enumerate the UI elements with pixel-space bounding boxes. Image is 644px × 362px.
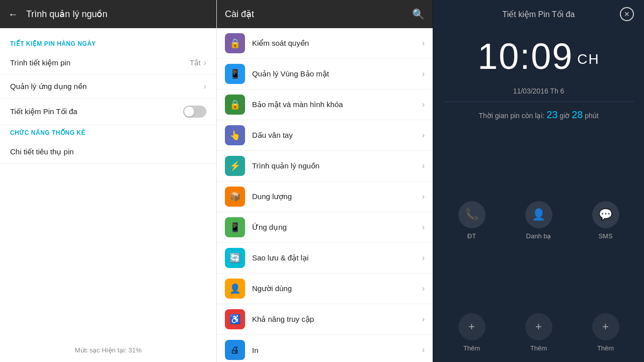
settings-item-max-save[interactable]: Tiết kiệm Pin Tối đa (0, 99, 216, 125)
menu-item-6[interactable]: 📱 Ứng dụng › (217, 212, 433, 243)
add-label-1: Thêm (530, 344, 547, 352)
clock-ampm: CH (577, 51, 599, 67)
menu-item-label-0: Kiểm soát quyền (252, 39, 422, 48)
search-icon[interactable]: 🔍 (412, 8, 425, 20)
menu-icon-4: ⚡ (225, 156, 245, 176)
left-footer: Mức sạc Hiện tại: 31% (0, 338, 216, 362)
section-label-daily: TIẾT KIỆM PIN HÀNG NGÀY (0, 36, 216, 51)
back-button[interactable]: ← (8, 9, 18, 20)
battery-line: Thời gian pin còn lại: 23 giờ 28 phút (433, 102, 644, 128)
action-icon-1: 👤 (525, 201, 552, 228)
item-label-pin: Trình tiết kiệm pin (10, 58, 70, 67)
quick-actions: 📞 ĐT 👤 Danh bạ 💬 SMS (433, 128, 644, 308)
menu-chevron-9: › (422, 315, 425, 324)
toggle-max-save[interactable] (183, 106, 206, 118)
menu-item-4[interactable]: ⚡ Trình quản lý nguồn › (217, 151, 433, 182)
menu-item-label-8: Người dùng (252, 284, 422, 293)
menu-item-label-10: In (252, 346, 422, 354)
right-top-bar: Tiết kiệm Pin Tối đa ✕ (433, 0, 644, 28)
add-label-2: Thêm (597, 344, 614, 352)
action-label-1: Danh bạ (526, 232, 551, 240)
add-item-1[interactable]: + Thêm (525, 313, 552, 352)
menu-icon-9: ♿ (225, 309, 245, 329)
menu-item-0[interactable]: 🔒 Kiểm soát quyền › (217, 28, 433, 59)
left-panel: ← Trình quản lý nguồn TIẾT KIỆM PIN HÀNG… (0, 0, 216, 362)
menu-item-10[interactable]: 🖨 In › (217, 335, 433, 362)
add-actions: + Thêm + Thêm + Thêm (433, 308, 644, 362)
item-value-pin: Tắt (190, 59, 200, 67)
toggle-knob (184, 107, 194, 117)
right-panel-title: Tiết kiệm Pin Tối đa (457, 10, 620, 19)
menu-icon-7: 🔄 (225, 248, 245, 268)
menu-icon-3: 👆 (225, 125, 245, 145)
menu-chevron-2: › (422, 100, 425, 109)
action-item-1[interactable]: 👤 Danh bạ (525, 201, 552, 240)
menu-item-label-9: Khả năng truy cập (252, 315, 422, 324)
menu-item-3[interactable]: 👆 Dấu vân tay › (217, 120, 433, 151)
middle-panel: Cài đặt 🔍 🔒 Kiểm soát quyền › 📱 Quản lý … (216, 0, 433, 362)
add-icon-2: + (592, 313, 619, 340)
action-label-2: SMS (598, 232, 612, 240)
clock-area: 10:09CH (433, 28, 644, 79)
battery-status: Mức sạc Hiện tại: 31% (75, 346, 141, 354)
add-item-2[interactable]: + Thêm (592, 313, 619, 352)
menu-chevron-8: › (422, 284, 425, 293)
menu-chevron-7: › (422, 253, 425, 262)
add-icon-0: + (458, 313, 486, 340)
menu-chevron-4: › (422, 161, 425, 170)
menu-item-label-2: Bảo mật và màn hình khóa (252, 100, 422, 109)
action-item-0[interactable]: 📞 ĐT (458, 201, 486, 240)
clock-time: 10:09 (477, 36, 573, 76)
right-panel: Tiết kiệm Pin Tối đa ✕ 10:09CH 11/03/201… (433, 0, 644, 362)
middle-header: Cài đặt 🔍 (217, 0, 433, 28)
menu-chevron-0: › (422, 39, 425, 48)
item-label-bg: Quản lý ứng dụng nền (10, 82, 87, 91)
menu-item-9[interactable]: ♿ Khả năng truy cập › (217, 304, 433, 335)
date-line: 11/03/2016 Th 6 (443, 86, 634, 102)
menu-item-5[interactable]: 📦 Dung lượng › (217, 182, 433, 212)
menu-item-label-3: Dấu vân tay (252, 131, 422, 140)
menu-item-2[interactable]: 🔒 Bảo mật và màn hình khóa › (217, 89, 433, 120)
settings-item-background-apps[interactable]: Quản lý ứng dụng nền › (0, 75, 216, 99)
action-icon-0: 📞 (458, 201, 486, 228)
left-header: ← Trình quản lý nguồn (0, 0, 216, 28)
menu-icon-0: 🔒 (225, 33, 245, 53)
menu-item-label-4: Trình quản lý nguồn (252, 161, 422, 170)
menu-item-label-7: Sao lưu & đặt lại (252, 253, 422, 262)
item-label-usage: Chi tiết tiêu thụ pin (10, 147, 74, 156)
settings-item-usage-detail[interactable]: Chi tiết tiêu thụ pin (0, 140, 216, 164)
menu-chevron-6: › (422, 223, 425, 232)
add-item-0[interactable]: + Thêm (458, 313, 486, 352)
battery-minutes-unit: phút (583, 112, 598, 120)
menu-icon-1: 📱 (225, 64, 245, 84)
settings-item-pin-tiet-kiem[interactable]: Trình tiết kiệm pin Tắt › (0, 51, 216, 75)
menu-icon-10: 🖨 (225, 340, 245, 360)
clock-display: 10:09CH (433, 38, 644, 74)
left-panel-title: Trình quản lý nguồn (26, 9, 107, 20)
battery-hours: 23 (546, 109, 557, 120)
item-label-max: Tiết kiệm Pin Tối đa (10, 107, 77, 116)
battery-minutes: 28 (572, 109, 583, 120)
menu-item-7[interactable]: 🔄 Sao lưu & đặt lại › (217, 243, 433, 274)
item-right-bg: › (204, 82, 206, 91)
menu-item-label-5: Dung lượng (252, 192, 422, 201)
menu-item-label-1: Quản lý Vùng Bảo mật (252, 69, 422, 78)
chevron-icon-0: › (204, 58, 206, 67)
battery-hours-unit: giờ (557, 112, 572, 120)
battery-prefix: Thời gian pin còn lại: (478, 112, 546, 120)
menu-item-1[interactable]: 📱 Quản lý Vùng Bảo mật › (217, 59, 433, 89)
menu-chevron-1: › (422, 69, 425, 78)
middle-content: 🔒 Kiểm soát quyền › 📱 Quản lý Vùng Bảo m… (217, 28, 433, 362)
menu-chevron-5: › (422, 192, 425, 201)
close-button[interactable]: ✕ (620, 7, 634, 21)
action-item-2[interactable]: 💬 SMS (592, 201, 619, 240)
menu-icon-8: 👤 (225, 279, 245, 299)
menu-icon-6: 📱 (225, 217, 245, 237)
action-label-0: ĐT (467, 232, 476, 240)
menu-chevron-3: › (422, 131, 425, 140)
menu-item-label-6: Ứng dụng (252, 223, 422, 232)
add-label-0: Thêm (463, 344, 480, 352)
menu-icon-2: 🔒 (225, 95, 245, 115)
menu-item-8[interactable]: 👤 Người dùng › (217, 274, 433, 304)
item-right-pin: Tắt › (190, 58, 206, 67)
